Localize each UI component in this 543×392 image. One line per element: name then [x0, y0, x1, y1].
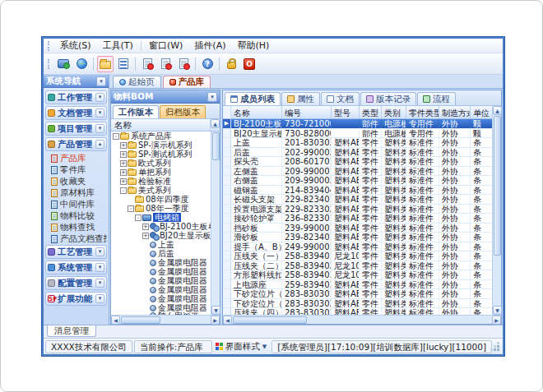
- table-row[interactable]: 压线夹（四）283-830303-00I塑料ABS零件塑料类标准件外协条: [223, 308, 492, 315]
- table-scroll-thumb[interactable]: [494, 116, 501, 256]
- tree-scroll-down-button[interactable]: ▼: [211, 306, 220, 315]
- expand-icon[interactable]: +: [120, 160, 127, 167]
- tab-版本记录[interactable]: 版本记录: [360, 92, 416, 105]
- table-row[interactable]: 投置电源支架229-823302-00I塑料ABS零件塑料类标准件外协条: [223, 205, 492, 214]
- tab-流程[interactable]: 流程: [417, 92, 456, 105]
- tree-item[interactable]: +欧式系列: [111, 159, 211, 168]
- sidebar-group-工艺管理[interactable]: 工艺管理▾: [45, 245, 107, 259]
- collapse-icon[interactable]: -: [120, 187, 127, 194]
- table-scroll-up-button[interactable]: ▲: [493, 106, 502, 115]
- sidebar-group-产品管理[interactable]: 产品管理▴: [45, 137, 107, 151]
- table-row[interactable]: ▶BJ-2100主板单点730-721000-12I部件电源板专用件外协颗: [223, 119, 492, 129]
- tree-hscroll-thumb[interactable]: [121, 316, 160, 324]
- version-tab-工作版本[interactable]: 工作版本: [113, 105, 159, 118]
- column-header-类型[interactable]: 类型: [360, 106, 382, 118]
- open-library-button[interactable]: [97, 56, 114, 72]
- sidebar-group-项目管理[interactable]: 项目管理▾: [45, 122, 107, 136]
- column-header-类别[interactable]: 类别: [382, 106, 406, 118]
- report-button[interactable]: [115, 56, 132, 72]
- expand-icon[interactable]: +: [120, 142, 127, 149]
- tree-item[interactable]: +单把系列: [111, 168, 211, 177]
- sidebar-group-扩展功能[interactable]: SP扩展功能▾: [45, 292, 107, 306]
- table-row[interactable]: 接砂轮护罩236-823301-00I塑料ABS零件塑料类标准件外协条: [223, 214, 492, 224]
- menu-item[interactable]: 窗口(W): [143, 39, 188, 53]
- tree-horizontal-scrollbar[interactable]: ◀ ▶: [111, 315, 220, 324]
- tree-scroll-right-button[interactable]: ▶: [211, 316, 220, 325]
- tree-item[interactable]: 08年四季度: [111, 195, 211, 204]
- sidebar-item-物料查找[interactable]: 物料查找: [45, 222, 107, 233]
- tree-item[interactable]: -08年一季度: [111, 204, 211, 213]
- table-scroll-left-button[interactable]: ◀: [223, 316, 232, 325]
- table-scroll-down-button[interactable]: ▼: [493, 306, 502, 315]
- workspace-button[interactable]: [55, 56, 72, 72]
- expand-icon[interactable]: +: [142, 224, 149, 230]
- sidebar-item-产品库[interactable]: 产品库: [45, 153, 107, 164]
- collapse-icon[interactable]: -: [128, 205, 134, 212]
- sidebar-group-配置管理[interactable]: 配置管理▾: [45, 276, 107, 290]
- doc-tab-产品库[interactable]: 产品库: [163, 76, 211, 88]
- table-row[interactable]: 后盖202-990002-01I塑料ABS零件塑料类标准件外协条: [223, 148, 492, 158]
- tree-item[interactable]: -美式系列: [111, 186, 211, 195]
- sidebar-group-系统管理[interactable]: 系统管理▾: [45, 261, 107, 274]
- sidebar-pin-button[interactable]: ▾: [96, 76, 106, 86]
- tree-scroll-left-button[interactable]: ◀: [111, 316, 120, 325]
- message-delete-button[interactable]: [175, 56, 192, 72]
- table-vertical-scrollbar[interactable]: ▲ ▼: [492, 106, 501, 315]
- table-row[interactable]: 下砂定位片（左）283-830301-00I塑料ABS零件塑料类标准件外协条: [223, 289, 492, 299]
- table-horizontal-scrollbar[interactable]: ◀ ▶: [223, 315, 501, 324]
- doc-tab-起始页[interactable]: 起始页: [113, 76, 161, 88]
- column-header-名称[interactable]: 名称: [231, 106, 282, 118]
- version-tab-归档版本[interactable]: 归档版本: [160, 105, 206, 118]
- menu-item[interactable]: 系统(S): [54, 39, 97, 53]
- chevron-down-icon[interactable]: ▾: [95, 294, 104, 303]
- table-row[interactable]: 左侧盖209-990001-01I塑料ABS零件塑料类标准件外协条: [223, 167, 492, 177]
- column-header-编号[interactable]: 编号: [282, 106, 332, 118]
- style-selector[interactable]: 界面样式: [225, 341, 260, 353]
- tree-item[interactable]: +SP-演示机系列: [111, 141, 211, 150]
- chevron-down-icon[interactable]: ▼: [262, 344, 267, 350]
- tree-item[interactable]: 金属膜电阻器: [111, 294, 211, 303]
- tree-item[interactable]: 金属膜电阻器: [111, 258, 211, 267]
- expand-icon[interactable]: +: [142, 233, 149, 239]
- chevron-down-icon[interactable]: ▾: [95, 279, 104, 288]
- sidebar-item-收藏夹[interactable]: 收藏夹: [45, 176, 107, 187]
- column-header-制造方式[interactable]: 制造方式: [439, 106, 471, 118]
- tree-item[interactable]: +BJ20主显示板: [111, 231, 211, 240]
- sidebar-group-工作管理[interactable]: 工作管理▾: [45, 90, 107, 104]
- tab-文档[interactable]: 文档: [321, 92, 360, 105]
- web-button[interactable]: [73, 56, 90, 72]
- column-header-单位[interactable]: 单位: [471, 106, 492, 118]
- tree-item[interactable]: 金属膜电阻器: [111, 285, 211, 294]
- table-scroll-right-button[interactable]: ▶: [492, 316, 501, 325]
- message-new-button[interactable]: [139, 56, 155, 72]
- tree-item[interactable]: 后盖: [111, 249, 211, 258]
- table-row[interactable]: 右侧盖209-990002-01I塑料ABS零件塑料类标准件外协条: [223, 176, 492, 186]
- message-inbox-button[interactable]: [157, 56, 174, 72]
- tree-item[interactable]: +BJ-2100主板单点: [111, 222, 211, 231]
- chevron-down-icon[interactable]: ▾: [95, 93, 104, 102]
- table-row[interactable]: 探头壳208-601701-01I塑料ABS零件塑料类标准件外协条: [223, 157, 492, 167]
- chevron-down-icon[interactable]: ▾: [95, 263, 104, 272]
- table-row[interactable]: 下砂定位片（右）283-830302-00I塑料ABS零件塑料类标准件外协条: [223, 299, 492, 309]
- table-row[interactable]: 提手（A、B）249-990001-01I塑料ABS零件塑料类标准件外协条: [223, 242, 492, 252]
- menu-item[interactable]: 工具(T): [97, 39, 139, 53]
- table-row[interactable]: 滑砂板239-823401-00I塑料ABS零件塑料类标准件外协条: [223, 233, 492, 242]
- table-row[interactable]: 长磁头支架229-823401-00I塑料ABS零件塑料类标准件外协条: [223, 195, 492, 205]
- table-row[interactable]: 压线夹（二）258-839402-00I尼龙1010零件塑料类标准件外协条: [223, 261, 492, 271]
- table-row[interactable]: 磁钢盖214-839404-01I塑料ABS零件塑料类标准件外协条: [223, 186, 492, 196]
- sidebar-group-文档管理[interactable]: 文档管理▾: [45, 106, 107, 120]
- chevron-up-icon[interactable]: ▴: [95, 140, 104, 149]
- tree-item[interactable]: 金属膜电阻器: [111, 303, 211, 312]
- sidebar-item-产品文档查找[interactable]: 产品文档查找: [45, 233, 107, 245]
- tree-item[interactable]: 金属膜电阻器: [111, 276, 211, 285]
- expand-icon[interactable]: +: [120, 169, 127, 176]
- tab-成员列表[interactable]: 成员列表: [225, 92, 281, 105]
- sidebar-item-中间件库[interactable]: 中间件库: [45, 199, 107, 210]
- table-row[interactable]: 上电源座259-839403-00I塑料ABS零件塑料类标准件外协条: [223, 280, 492, 290]
- sidebar-item-零件库[interactable]: 零件库: [45, 164, 107, 176]
- expand-icon[interactable]: +: [120, 151, 127, 158]
- sidebar-item-物料比较[interactable]: 物料比较: [45, 210, 107, 222]
- bom-name-column-header[interactable]: 名称: [111, 119, 211, 131]
- tree-item[interactable]: 金属膜电阻器: [111, 267, 211, 276]
- chevron-down-icon[interactable]: ▾: [95, 247, 104, 256]
